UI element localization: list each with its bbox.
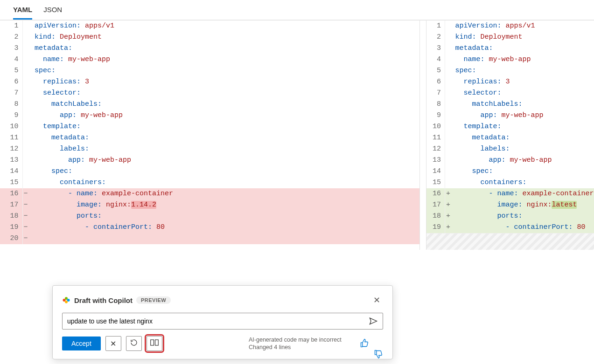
code-right: 1apiVersion: apps/v12kind: Deployment3me… [426,21,594,233]
line-number: 19 [426,222,445,233]
code-line[interactable]: 11 metadata: [426,132,594,144]
code-line[interactable]: 2kind: Deployment [0,32,419,43]
send-icon[interactable] [364,316,383,327]
code-line[interactable]: 6 replicas: 3 [426,76,594,88]
code-line[interactable]: 10 template: [0,121,419,132]
code-line[interactable]: 1apiVersion: apps/v1 [426,21,594,32]
code-line[interactable]: 9 app: my-web-app [426,110,594,121]
format-tabs: YAML JSON [0,0,594,20]
diff-marker: + [445,188,454,199]
code-line[interactable]: 18+ ports: [426,211,594,222]
code-line[interactable]: 4 name: my-web-app [426,54,594,65]
diff-left-pane[interactable]: 1apiVersion: apps/v12kind: Deployment3me… [0,21,420,250]
x-icon: ✕ [110,339,116,348]
thumbs-up-icon[interactable] [360,338,369,349]
svg-rect-5 [155,340,158,345]
line-number: 1 [0,21,22,32]
code-line[interactable]: 14 spec: [426,166,594,177]
code-line[interactable]: 3metadata: [0,43,419,54]
code-line[interactable]: 5spec: [0,65,419,76]
code-content: kind: Deployment [453,32,594,43]
line-number: 20 [0,233,22,244]
code-line[interactable]: 6 replicas: 3 [0,76,419,88]
ai-warning-text: AI-generated code may be incorrect [249,336,351,343]
code-line[interactable]: 12 labels: [426,144,594,155]
diff-marker [445,65,454,76]
diff-marker [22,65,33,76]
code-line[interactable]: 19− - containerPort: 80 [0,222,419,233]
code-content: spec: [453,65,594,76]
code-content: - name: example-container [33,188,419,199]
diff-marker: + [445,222,454,233]
code-content: containers: [33,177,419,188]
line-number: 16 [0,188,22,199]
code-line[interactable]: 19+ - containerPort: 80 [426,222,594,233]
tab-yaml[interactable]: YAML [13,6,32,20]
line-number: 7 [426,88,445,99]
code-content: replicas: 3 [33,76,419,88]
code-content: selector: [33,88,419,99]
code-content: spec: [33,65,419,76]
copilot-input-row [62,313,383,330]
diff-marker [22,76,33,88]
code-line[interactable]: 1apiVersion: apps/v1 [0,21,419,32]
code-content: ports: [33,211,419,222]
code-line[interactable]: 9 app: my-web-app [0,110,419,121]
diff-marker: + [445,211,454,222]
code-line[interactable]: 16− - name: example-container [0,188,419,199]
code-line[interactable]: 7 selector: [0,88,419,99]
line-number: 19 [0,222,22,233]
code-line[interactable]: 15 containers: [0,177,419,188]
code-line[interactable]: 2kind: Deployment [426,32,594,43]
code-line[interactable]: 3metadata: [426,43,594,54]
code-line[interactable]: 15 containers: [426,177,594,188]
code-content: labels: [453,144,594,155]
code-line[interactable]: 17− image: nginx:1.14.2 [0,199,419,211]
code-line[interactable]: 17+ image: nginx:latest [426,199,594,211]
code-line[interactable]: 8 matchLabels: [426,99,594,110]
code-line[interactable]: 12 labels: [0,144,419,155]
regenerate-button[interactable] [126,336,142,351]
discard-button[interactable]: ✕ [105,336,121,351]
code-line[interactable]: 7 selector: [426,88,594,99]
code-line[interactable]: 14 spec: [0,166,419,177]
code-line[interactable]: 10 template: [426,121,594,132]
close-icon[interactable]: ✕ [370,293,383,307]
diff-marker [22,54,33,65]
diff-marker [22,32,33,43]
code-line[interactable]: 18− ports: [0,211,419,222]
compare-view-button[interactable] [147,336,162,351]
tab-json[interactable]: JSON [43,6,62,20]
code-line[interactable]: 13 app: my-web-app [426,155,594,166]
diff-marker [445,166,454,177]
line-number: 5 [0,65,22,76]
code-content: app: my-web-app [33,110,419,121]
code-content: replicas: 3 [453,76,594,88]
code-content: metadata: [453,43,594,54]
copilot-panel: Draft with Copilot PREVIEW ✕ Accept ✕ [52,285,393,359]
diff-eof-hatch [426,233,594,250]
code-line[interactable]: 20− [0,233,419,244]
accept-button[interactable]: Accept [62,337,101,350]
copilot-input[interactable] [63,315,364,328]
code-content: - name: example-container [453,188,594,199]
code-content: labels: [33,144,419,155]
code-line[interactable]: 4 name: my-web-app [0,54,419,65]
code-content: template: [453,121,594,132]
changed-lines-text: Changed 4 lines [249,343,351,351]
code-line[interactable]: 16+ - name: example-container [426,188,594,199]
diff-right-pane[interactable]: 1apiVersion: apps/v12kind: Deployment3me… [426,21,594,250]
line-number: 6 [0,76,22,88]
code-content: apiVersion: apps/v1 [453,21,594,32]
code-content: apiVersion: apps/v1 [33,21,419,32]
code-line[interactable]: 13 app: my-web-app [0,155,419,166]
code-line[interactable]: 11 metadata: [0,132,419,144]
thumbs-down-icon[interactable] [374,338,383,349]
diff-marker [445,21,454,32]
code-line[interactable]: 5spec: [426,65,594,76]
code-content: metadata: [453,132,594,144]
code-line[interactable]: 8 matchLabels: [0,99,419,110]
line-number: 9 [426,110,445,121]
diff-marker [445,110,454,121]
line-number: 13 [0,155,22,166]
